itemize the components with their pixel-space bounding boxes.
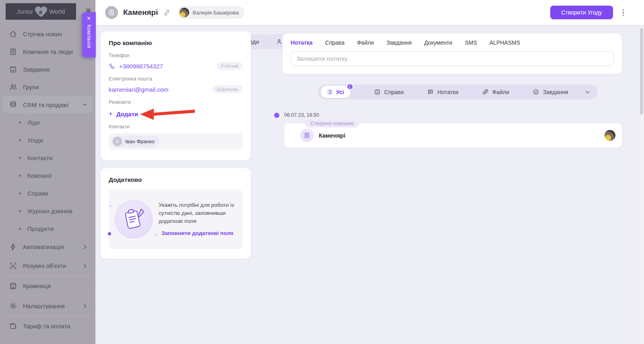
create-deal-button[interactable]: Створити Угоду	[550, 6, 613, 19]
contact-avatar-icon	[113, 137, 122, 146]
add-requisites-button[interactable]: + Додати	[109, 110, 138, 118]
composer-tab-tasks[interactable]: Завдання	[386, 39, 412, 46]
composer-tab-alphasms[interactable]: ALPHASMS	[489, 39, 520, 46]
sidebar-item-crm-sales[interactable]: CRM та продажі	[2, 96, 93, 113]
sidebar-subitem-companies[interactable]: Компанії	[0, 167, 95, 184]
plus-decor-icon: +	[154, 231, 158, 238]
timeline: 06.07.23, 16:50 Створено компанію Каменя…	[283, 112, 622, 148]
sidebar-subitem-label: Справи	[27, 190, 48, 197]
storefront-icon	[9, 282, 17, 290]
bullet-icon	[19, 175, 21, 177]
divider	[6, 316, 90, 316]
sidebar-item-tasks[interactable]: Завдання	[0, 60, 95, 78]
owner-avatar	[180, 8, 189, 17]
divider	[6, 276, 90, 276]
home-icon	[9, 30, 17, 38]
left-column: Про компанію Телефон +380986754327 Робоч…	[101, 31, 251, 259]
chevron-down-icon[interactable]	[584, 89, 591, 95]
sidebar-subitem-contacts[interactable]: Контакти	[0, 149, 95, 167]
sidebar-item-label: Групи	[23, 84, 39, 91]
smart-object-scan-icon	[9, 262, 17, 270]
additional-panel: + + Укажіть потрібні для роботи	[109, 190, 243, 249]
sidebar-subitem-leads[interactable]: Ліди	[0, 113, 95, 131]
wallet-icon	[9, 322, 17, 330]
company-avatar	[105, 6, 118, 19]
event-type-badge: Створено компанію	[305, 119, 359, 128]
sidebar-item-label: Компанія та люди	[23, 48, 73, 55]
timeline-filterbar: Усі 1 Справи Нотатки Файли Завдання	[318, 84, 598, 99]
filter-all[interactable]: Усі 1	[321, 86, 351, 98]
kebab-menu-icon[interactable]	[621, 8, 626, 18]
contacts-box: Іван Франко	[109, 133, 243, 150]
sidebar-item-label: Крамниця	[23, 282, 51, 289]
sidebar-subitem-label: Угоди	[27, 137, 43, 144]
sidebar-item-groups[interactable]: Групи	[0, 78, 95, 96]
composer-tab-files[interactable]: Файли	[357, 39, 374, 46]
sidebar-item-automation[interactable]: Автоматизація	[0, 237, 95, 256]
filter-label: Завдання	[543, 89, 568, 95]
filter-files[interactable]: Файли	[482, 89, 509, 95]
sidebar-subitem-label: Продукти	[27, 225, 54, 232]
chevron-right-icon	[82, 244, 88, 250]
filter-label: Справи	[384, 89, 404, 95]
sidebar-subitem-call-log[interactable]: Журнал дзвінків	[0, 202, 95, 220]
phone-value: +380986754327	[119, 63, 163, 70]
sidebar-item-company-people[interactable]: Компанія та люди	[0, 43, 95, 60]
phone-label: Телефон	[109, 53, 243, 58]
timeline-event-card[interactable]: Створено компанію Каменярі	[284, 123, 622, 148]
phone-link[interactable]: +380986754327	[109, 63, 163, 70]
add-label: Додати	[116, 111, 138, 117]
close-icon[interactable]: ×	[87, 15, 91, 22]
sidebar-item-shop[interactable]: Крамниця	[0, 276, 95, 295]
sidebar-item-billing[interactable]: Тариф та оплата	[0, 317, 95, 336]
bullet-icon	[19, 210, 21, 212]
plus-icon: +	[109, 110, 113, 118]
filter-tasks[interactable]: Завдання	[533, 89, 568, 95]
card-title: Додатково	[109, 176, 243, 183]
sidebar-item-label: Розумні об'єкти	[23, 262, 66, 269]
sidebar-item-label: Завдання	[23, 66, 50, 73]
chevron-right-icon	[82, 303, 88, 309]
owner-pill[interactable]: Валерія Башкірова	[178, 6, 244, 19]
composer-tab-note[interactable]: Нотатка	[291, 39, 313, 46]
sidebar-subitem-products[interactable]: Продукти	[0, 220, 95, 237]
timeline-date: 06.07.23, 16:50	[284, 112, 622, 118]
composer-tab-documents[interactable]: Документи	[424, 39, 452, 46]
sidebar-item-smart-objects[interactable]: Розумні об'єкти	[0, 256, 95, 275]
app-logo[interactable]: Junior World	[6, 3, 76, 20]
scrollbar[interactable]	[639, 0, 644, 344]
sidebar: Junior World ▣ Стрічка новин Компанія та…	[0, 0, 95, 344]
email-label: Електронна пошта	[109, 76, 243, 82]
card-title: Про компанію	[109, 39, 243, 47]
person-icon	[276, 38, 283, 45]
sidebar-subitem-deals[interactable]: Угоди	[0, 131, 95, 149]
filter-notes[interactable]: Нотатки	[427, 89, 458, 95]
sidebar-subitem-activities[interactable]: Справи	[0, 184, 95, 202]
bullet-icon	[19, 122, 21, 124]
logo-text-left: Junior	[17, 8, 33, 15]
company-panel-tab[interactable]: × Компанія	[82, 12, 96, 58]
company-panel: Каменярі Валерія Башкірова Створити Угод…	[95, 0, 644, 344]
clipboard-illustration: + +	[114, 200, 153, 239]
sidebar-item-label: Тариф та оплата	[23, 323, 70, 330]
additional-hint-text: Укажіть потрібні для роботи із сутністю …	[159, 202, 234, 225]
composer-tab-activity[interactable]: Справа	[325, 39, 345, 46]
sidebar-item-settings[interactable]: Налаштування	[0, 297, 95, 315]
sidebar-item-news-feed[interactable]: Стрічка новин	[0, 25, 95, 43]
divider	[6, 296, 90, 296]
composer-tab-sms[interactable]: SMS	[465, 39, 477, 46]
filter-activities[interactable]: Справи	[374, 89, 404, 95]
note-input[interactable]	[291, 51, 614, 66]
copy-link-icon[interactable]	[163, 9, 171, 16]
contact-chip[interactable]: Іван Франко	[111, 136, 160, 147]
email-link[interactable]: kameniari@gmail.com	[109, 86, 169, 93]
gear-icon	[9, 302, 17, 310]
about-company-card: Про компанію Телефон +380986754327 Робоч…	[101, 31, 251, 160]
sidebar-item-label: Автоматизація	[23, 243, 64, 250]
phone-type-badge: Робочий	[217, 62, 243, 70]
scrollbar-thumb[interactable]	[640, 28, 643, 115]
timeline-dot	[274, 113, 279, 118]
fill-additional-fields-link[interactable]: Заповнити додаткові поля	[159, 229, 236, 237]
sidebar-nav: Стрічка новин Компанія та люди Завдання …	[0, 25, 95, 336]
filter-label: Нотатки	[438, 89, 458, 95]
